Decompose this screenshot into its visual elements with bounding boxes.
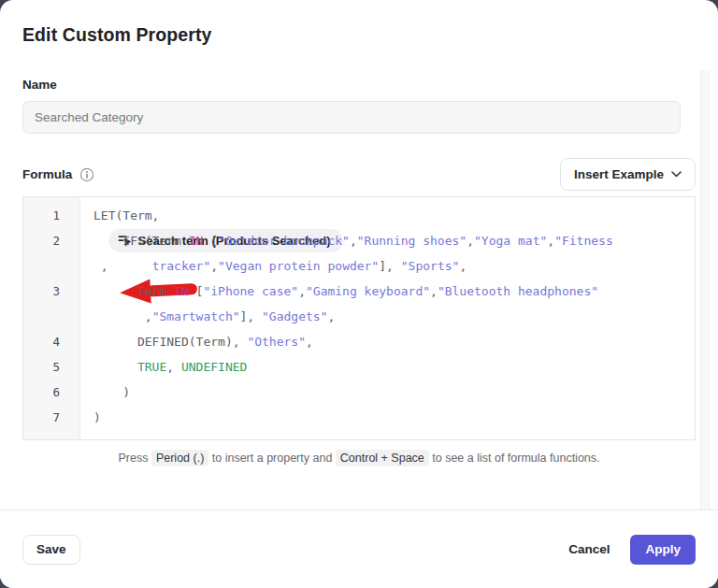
code-token: ], <box>379 259 400 273</box>
code-token: UNDEFINED <box>181 360 247 374</box>
code-line: 5 TRUE, UNDEFINED <box>23 354 695 380</box>
code-token: , <box>327 309 335 323</box>
edit-custom-property-dialog: Edit Custom Property Name Formula Inse <box>0 0 718 588</box>
code-token: "Sports" <box>401 259 460 273</box>
formula-editor[interactable]: 1LET(Term, Search term (Products Searche… <box>22 196 696 440</box>
code-token: LET(Term, <box>93 208 166 222</box>
code-row: Term IN ["iPhone case","Gaming keyboard"… <box>93 279 695 304</box>
code-token: "Vegan protein powder" <box>218 259 379 273</box>
kbd-control-space: Control + Space <box>336 450 429 466</box>
code-row: LET(Term, Search term (Products Searched… <box>93 203 695 228</box>
code-token: "Others" <box>247 335 306 349</box>
dialog-footer: Save Cancel Apply <box>0 509 718 588</box>
code-token: , <box>547 234 554 248</box>
code-token: "Smartwatch" <box>152 309 240 323</box>
code-line: 3 Term IN ["iPhone case","Gaming keyboar… <box>23 279 695 329</box>
line-number: 7 <box>23 405 80 430</box>
line-number: 3 <box>23 279 80 329</box>
chevron-down-icon <box>671 171 682 178</box>
code-token: "Yoga mat" <box>474 234 547 248</box>
code-token: DEFINED(Term), <box>93 335 247 349</box>
name-input[interactable] <box>22 101 681 134</box>
code-token: "Gaming keyboard" <box>306 284 430 298</box>
kbd-period: Period (.) <box>151 450 208 466</box>
cancel-button[interactable]: Cancel <box>568 542 610 556</box>
code-line: 4 DEFINED(Term), "Others", <box>23 329 695 354</box>
dialog-title: Edit Custom Property <box>22 0 696 46</box>
line-number: 4 <box>23 329 80 354</box>
code-line: 7) <box>23 405 695 430</box>
code-token: "Bluetooth headphones" <box>438 284 598 298</box>
code-token: "iPhone case" <box>203 284 298 298</box>
code-token <box>93 360 137 374</box>
code-token: "Running shoes" <box>357 234 467 248</box>
code-token: , <box>210 259 218 273</box>
code-token: tracker" <box>152 259 211 273</box>
save-button[interactable]: Save <box>22 535 80 565</box>
code-token: ) <box>93 410 101 424</box>
apply-button[interactable]: Apply <box>630 535 696 565</box>
code-token: , <box>298 284 306 298</box>
code-row: TRUE, UNDEFINED <box>93 354 695 380</box>
line-number: 1 <box>23 203 80 228</box>
code-token: , <box>93 309 152 323</box>
insert-example-button[interactable]: Insert Example <box>560 158 696 191</box>
code-row: ) <box>93 380 695 405</box>
code-line: 1LET(Term, Search term (Products Searche… <box>23 203 695 228</box>
code-token: , <box>459 259 467 273</box>
code-row: DEFINED(Term), "Others", <box>93 329 695 354</box>
code-row: ) <box>93 405 695 430</box>
line-number: 2 <box>23 228 80 279</box>
code-token: "Gadgets" <box>262 309 327 323</box>
code-token: Term <box>93 284 174 298</box>
code-token: IN <box>189 234 204 248</box>
code-token: , <box>166 360 181 374</box>
code-token: [ <box>189 284 204 298</box>
formula-field-label: Formula <box>22 167 72 181</box>
hint-text: Press <box>118 452 151 465</box>
code-line: 6 ) <box>23 380 695 405</box>
code-row: IFS(Term IN ["Outdoor backpack","Running… <box>93 228 695 253</box>
code-token: [ <box>203 234 218 248</box>
code-token: TRUE <box>137 360 166 374</box>
code-token: , <box>430 284 438 298</box>
code-token: , <box>306 335 313 349</box>
formula-editor-lines: 1LET(Term, Search term (Products Searche… <box>23 203 695 430</box>
code-token: , <box>350 234 357 248</box>
scrollbar[interactable] <box>700 70 710 509</box>
line-number: 5 <box>23 354 80 380</box>
code-token <box>93 259 152 273</box>
line-number: 6 <box>23 380 80 405</box>
hint-text: to insert a property and <box>208 452 336 465</box>
code-token: ], <box>240 309 262 323</box>
hint-text: to see a list of formula functions. <box>429 452 600 465</box>
code-token: "Fitness <box>554 234 613 248</box>
code-token: IN <box>174 284 189 298</box>
name-field-label: Name <box>22 78 696 92</box>
code-row: tracker","Vegan protein powder"], "Sport… <box>93 253 695 279</box>
code-token: ) <box>93 385 130 399</box>
code-token: IFS(Term <box>93 234 189 248</box>
code-token: "Outdoor backpack" <box>218 234 350 248</box>
editor-hint: Press Period (.) to insert a property an… <box>22 452 696 465</box>
code-token: , <box>467 234 474 248</box>
insert-example-label: Insert Example <box>574 167 664 181</box>
screen-backdrop: Edit Custom Property Name Formula Inse <box>0 0 718 588</box>
code-line: 2 IFS(Term IN ["Outdoor backpack","Runni… <box>23 228 695 279</box>
code-row: ,"Smartwatch"], "Gadgets", <box>93 304 695 329</box>
info-icon[interactable] <box>79 167 94 182</box>
